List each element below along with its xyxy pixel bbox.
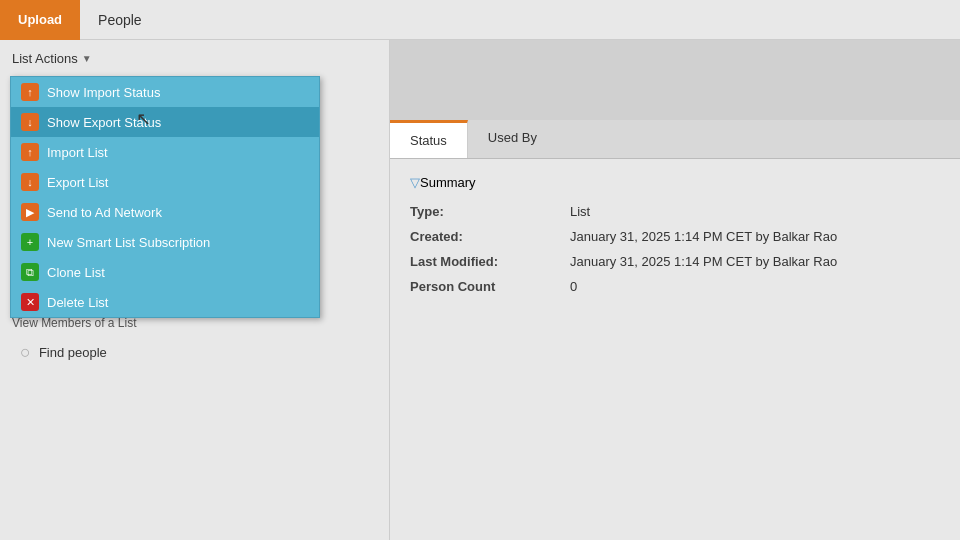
summary-title: Summary [420, 175, 476, 190]
tab-people[interactable]: People [80, 0, 160, 40]
summary-row-created: Created: January 31, 2025 1:14 PM CET by… [410, 229, 940, 244]
menu-item-clone-list[interactable]: ⧉ Clone List [11, 257, 319, 287]
delete-list-icon: ✕ [21, 293, 39, 311]
menu-item-label: Import List [47, 145, 108, 160]
summary-key-modified: Last Modified: [410, 254, 570, 269]
view-members-label: View Members of a List [12, 316, 377, 330]
summary-row-modified: Last Modified: January 31, 2025 1:14 PM … [410, 254, 940, 269]
menu-item-delete-list[interactable]: ✕ Delete List [11, 287, 319, 317]
find-people-bullet-icon: ○ [20, 342, 31, 363]
summary-value-type: List [570, 204, 590, 219]
right-panel: Status Used By ▽ Summary Type: List Crea… [390, 40, 960, 540]
menu-item-send-to-ad-network[interactable]: ▶ Send to Ad Network [11, 197, 319, 227]
summary-section: ▽ Summary Type: List Created: January 31… [390, 159, 960, 540]
summary-key-type: Type: [410, 204, 570, 219]
summary-key-person-count: Person Count [410, 279, 570, 294]
menu-item-new-smart-list-subscription[interactable]: + New Smart List Subscription [11, 227, 319, 257]
menu-item-export-list[interactable]: ↓ Export List [11, 167, 319, 197]
summary-header: ▽ Summary [410, 175, 940, 190]
find-people-label: Find people [39, 345, 107, 360]
top-bar: Upload People [0, 0, 960, 40]
ad-network-icon: ▶ [21, 203, 39, 221]
tab-used-by[interactable]: Used By [468, 120, 557, 158]
clone-list-icon: ⧉ [21, 263, 39, 281]
summary-row-type: Type: List [410, 204, 940, 219]
menu-item-label: Delete List [47, 295, 108, 310]
summary-value-person-count: 0 [570, 279, 577, 294]
menu-item-label: New Smart List Subscription [47, 235, 210, 250]
import-list-icon: ↑ [21, 143, 39, 161]
summary-value-modified: January 31, 2025 1:14 PM CET by Balkar R… [570, 254, 837, 269]
summary-row-person-count: Person Count 0 [410, 279, 940, 294]
smart-list-icon: + [21, 233, 39, 251]
list-actions-bar[interactable]: List Actions ▼ [0, 40, 389, 76]
menu-item-label: Send to Ad Network [47, 205, 162, 220]
main-area: List Actions ▼ ↑ Show Import Status ↓ Sh… [0, 40, 960, 540]
menu-item-show-import-status[interactable]: ↑ Show Import Status [11, 77, 319, 107]
menu-item-label: Export List [47, 175, 108, 190]
dropdown-menu: ↑ Show Import Status ↓ Show Export Statu… [10, 76, 320, 318]
export-status-icon: ↓ [21, 113, 39, 131]
find-people-item[interactable]: ○ Find people [12, 338, 377, 367]
right-top-spacer [390, 40, 960, 120]
menu-item-label: Clone List [47, 265, 105, 280]
menu-item-show-export-status[interactable]: ↓ Show Export Status [11, 107, 319, 137]
tab-status[interactable]: Status [390, 120, 468, 158]
menu-item-label: Show Export Status [47, 115, 161, 130]
summary-value-created: January 31, 2025 1:14 PM CET by Balkar R… [570, 229, 837, 244]
import-status-icon: ↑ [21, 83, 39, 101]
tab-upload[interactable]: Upload [0, 0, 80, 40]
export-list-icon: ↓ [21, 173, 39, 191]
menu-item-label: Show Import Status [47, 85, 160, 100]
dropdown-arrow-icon: ▼ [82, 53, 92, 64]
left-panel: List Actions ▼ ↑ Show Import Status ↓ Sh… [0, 40, 390, 540]
summary-key-created: Created: [410, 229, 570, 244]
menu-item-import-list[interactable]: ↑ Import List [11, 137, 319, 167]
tabs-row: Status Used By [390, 120, 960, 159]
summary-table: Type: List Created: January 31, 2025 1:1… [410, 204, 940, 294]
summary-toggle-icon[interactable]: ▽ [410, 175, 420, 190]
list-actions-label: List Actions [12, 51, 78, 66]
